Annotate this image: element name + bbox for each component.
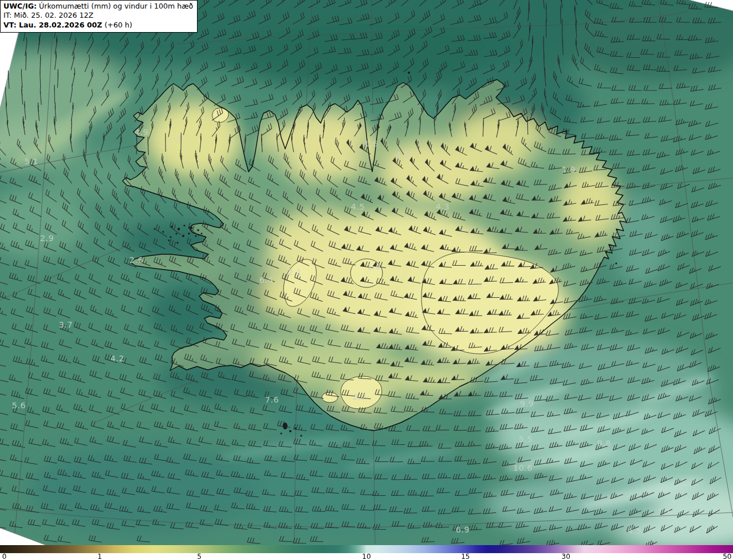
colorbar-tick-label: 10 — [362, 553, 371, 560]
colorbar-tick-label: 30 — [562, 553, 570, 560]
colorbar-tick-label: 0 — [2, 553, 7, 560]
product-title: Úrkomumætti (mm) og vindur i 100m hæð — [37, 2, 193, 10]
colorbar-tick-labels: 01510153050 — [0, 553, 733, 560]
colorbar-tick-label: 50 — [723, 553, 731, 560]
map-canvas: 4.91.85.11.91.64.54.54.32.92.62.11.66.40… — [0, 0, 733, 545]
title-line-valid: VT: Lau. 28.02.2026 00Z (+60 h) — [3, 21, 193, 30]
colorbar: 01510153050 — [0, 545, 733, 560]
colorbar-gradient — [0, 545, 733, 553]
colorbar-tick-label: 1 — [97, 553, 102, 560]
title-line-product: UWC/IG: Úrkomumætti (mm) og vindur i 100… — [3, 2, 193, 11]
colorbar-tick-label: 15 — [461, 553, 470, 560]
title-line-init: IT: Mið. 25. 02. 2026 12Z — [3, 11, 193, 20]
colorbar-tick-label: 5 — [197, 553, 202, 560]
init-time: IT: Mið. 25. 02. 2026 12Z — [3, 11, 93, 19]
product-label: UWC/IG: — [3, 2, 37, 10]
weather-map-app: 4.91.85.11.91.64.54.54.32.92.62.11.66.40… — [0, 0, 733, 560]
valid-time-suffix: (+60 h) — [102, 21, 132, 29]
valid-time: VT: Lau. 28.02.2026 00Z — [3, 21, 102, 29]
precipitation-wind-map — [0, 0, 733, 545]
eyjafjallajokull-outline — [322, 392, 338, 403]
title-box: UWC/IG: Úrkomumætti (mm) og vindur i 100… — [0, 0, 198, 33]
